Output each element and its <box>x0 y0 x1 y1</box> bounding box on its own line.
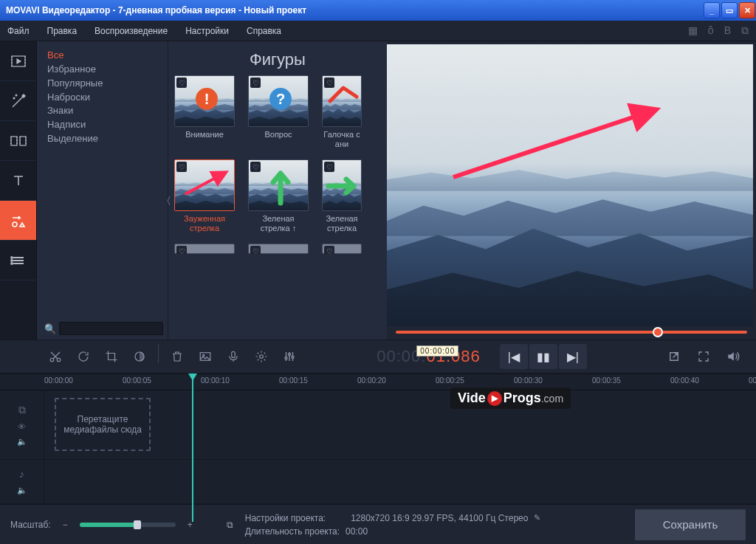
popout-icon[interactable] <box>662 344 687 369</box>
image-icon[interactable] <box>193 344 218 369</box>
gear-icon[interactable] <box>249 344 274 369</box>
dur-value: 00:00 <box>346 526 368 537</box>
shape-label: Зауженная стрелка <box>174 214 235 233</box>
timecode-tooltip: 00:00:00 <box>416 345 458 357</box>
social-icons: ▦ ô B ⧉ <box>688 24 749 37</box>
shape-label: Внимание <box>185 130 224 149</box>
heart-icon[interactable]: ♡ <box>176 162 187 172</box>
shape-item[interactable]: ♡ <box>174 244 235 254</box>
window-titlebar: MOVAVI Видеоредактор - 7-дневная пробная… <box>0 0 756 21</box>
shape-item[interactable]: ♡ Зеленая стрелка → <box>322 159 362 233</box>
menu-file[interactable]: Файл <box>7 26 30 36</box>
proj-label: Настройки проекта: <box>245 513 326 523</box>
shape-item[interactable]: ♡ Зеленая стрелка ↑ <box>248 159 309 233</box>
shape-item[interactable]: ! ♡ Внимание <box>174 75 235 149</box>
shape-item[interactable]: ♡ <box>248 244 309 254</box>
equalizer-icon[interactable] <box>277 344 302 369</box>
cat-captions[interactable]: Надписи <box>47 118 157 132</box>
mic-icon[interactable] <box>221 344 246 369</box>
shape-item-selected[interactable]: ♡ Зауженная стрелка <box>174 159 235 233</box>
fullscreen-icon[interactable] <box>691 344 716 369</box>
vk-icon[interactable]: B <box>724 24 731 37</box>
menu-play[interactable]: Воспроизведение <box>94 26 168 36</box>
speaker-icon[interactable]: 🔈 <box>17 437 27 447</box>
pause-button[interactable]: ▮▮ <box>529 344 557 369</box>
heart-icon[interactable]: ♡ <box>324 162 334 172</box>
svg-point-17 <box>260 355 264 359</box>
ribbon-more[interactable] <box>0 241 36 280</box>
svg-point-8 <box>11 263 13 264</box>
ribbon-titles[interactable] <box>0 161 36 201</box>
dur-label: Длительность проекта: <box>245 526 340 537</box>
ruler-tick: 00:00:00 <box>44 376 73 385</box>
audio-track[interactable]: ♪ 🔈 <box>0 460 756 504</box>
tutorial-icon[interactable]: ⧉ <box>741 24 749 37</box>
collapse-icon[interactable]: 〈 <box>161 195 171 208</box>
svg-rect-4 <box>20 137 26 145</box>
zoom-label: Масштаб: <box>10 520 51 530</box>
heart-icon[interactable]: ♡ <box>324 246 334 254</box>
ribbon-filters[interactable] <box>0 81 36 121</box>
prev-button[interactable]: |◀ <box>500 344 528 369</box>
window-title: MOVAVI Видеоредактор - 7-дневная пробная… <box>6 5 306 16</box>
speaker-icon[interactable]: 🔈 <box>17 486 27 495</box>
minimize-button[interactable]: _ <box>704 2 720 18</box>
crop-icon[interactable] <box>99 344 124 369</box>
gallery-column: Фигуры 〈 ! ♡ Внимание ? ♡ Вопрос <box>168 41 387 340</box>
heart-icon[interactable]: ♡ <box>250 162 261 172</box>
youtube-icon[interactable]: ▦ <box>688 24 698 37</box>
cat-pop[interactable]: Популярные <box>47 77 157 91</box>
ribbon-media[interactable] <box>0 41 36 81</box>
svg-line-9 <box>185 173 224 194</box>
cat-fav[interactable]: Избранное <box>47 63 157 77</box>
shape-item[interactable]: ♡ <box>322 244 362 254</box>
cat-all[interactable]: Все <box>47 49 157 63</box>
next-button[interactable]: ▶| <box>559 344 587 369</box>
video-icon: ⧉ <box>18 404 26 416</box>
cat-sketch[interactable]: Наброски <box>47 91 157 105</box>
close-button[interactable]: ✕ <box>739 2 755 18</box>
tool-row: 00:00:01.086 00:00:00 |◀ ▮▮ ▶| <box>0 340 756 373</box>
color-icon[interactable] <box>127 344 152 369</box>
music-icon: ♪ <box>19 468 24 480</box>
zoom-slider[interactable] <box>80 523 176 527</box>
video-track[interactable]: ⧉ 👁 🔈 Перетащите медиафайлы сюда <box>0 390 756 460</box>
cat-select[interactable]: Выделение <box>47 132 157 146</box>
time-ruler[interactable]: Vide ▶ Progs .com 00:00:0000:00:0500:00:… <box>0 374 756 390</box>
shape-item[interactable]: ♡ Галочка с ани <box>322 75 362 149</box>
cut-icon[interactable] <box>43 344 68 369</box>
menu-settings[interactable]: Настройки <box>185 26 229 36</box>
heart-icon[interactable]: ♡ <box>176 78 187 88</box>
ok-icon[interactable]: ô <box>708 24 714 37</box>
search-input[interactable] <box>59 322 163 335</box>
heart-icon[interactable]: ♡ <box>176 246 187 254</box>
shape-item[interactable]: ? ♡ Вопрос <box>248 75 309 149</box>
cat-signs[interactable]: Знаки <box>47 104 157 118</box>
svg-rect-16 <box>232 351 236 357</box>
ribbon-transitions[interactable] <box>0 121 36 161</box>
preview-viewport[interactable] <box>387 44 753 326</box>
ruler-tick: 00:00:10 <box>201 376 230 385</box>
delete-icon[interactable] <box>165 344 190 369</box>
rotate-icon[interactable] <box>71 344 96 369</box>
timecode[interactable]: 00:00:01.086 00:00:00 <box>377 347 480 367</box>
proj-value: 1280x720 16:9 29.97 FPS, 44100 Гц Стерео <box>351 513 528 523</box>
menubar: Файл Правка Воспроизведение Настройки Сп… <box>0 21 756 41</box>
heart-icon[interactable]: ♡ <box>250 246 261 254</box>
svg-point-6 <box>11 257 13 258</box>
save-button[interactable]: Сохранить <box>635 509 746 540</box>
heart-icon[interactable]: ♡ <box>324 78 334 88</box>
ruler-tick: 00:00:20 <box>357 376 386 385</box>
heart-icon[interactable]: ♡ <box>250 78 261 88</box>
maximize-button[interactable]: ▭ <box>721 2 738 18</box>
dropzone[interactable]: Перетащите медиафайлы сюда <box>55 398 151 451</box>
volume-icon[interactable] <box>721 344 746 369</box>
preview-seek[interactable] <box>387 326 756 340</box>
pencil-icon[interactable]: ✎ <box>534 513 540 523</box>
ribbon-shapes[interactable] <box>0 201 36 241</box>
svg-point-1 <box>13 97 15 99</box>
menu-help[interactable]: Справка <box>247 26 281 36</box>
menu-edit[interactable]: Правка <box>47 26 78 36</box>
eye-icon[interactable]: 👁 <box>18 422 26 431</box>
ruler-tick: 00:00:25 <box>436 376 464 385</box>
